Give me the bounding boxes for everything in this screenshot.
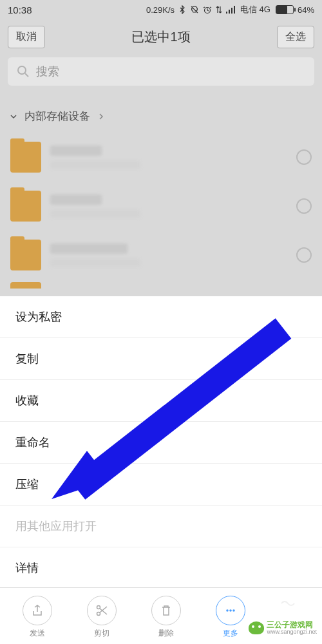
folder-icon [10, 240, 41, 270]
battery-percent: 64% [298, 5, 314, 15]
svg-point-5 [18, 66, 26, 74]
action-sheet: 设为私密 复制 收藏 重命名 压缩 用其他应用打开 详情 发送 剪切 删除 更多 [0, 296, 322, 644]
file-item[interactable] [8, 133, 314, 182]
svg-rect-3 [231, 8, 232, 14]
carrier-label: 电信 4G [240, 4, 270, 15]
send-button[interactable]: 发送 [23, 596, 52, 639]
menu-copy[interactable]: 复制 [0, 338, 322, 380]
svg-point-7 [97, 612, 100, 616]
svg-point-6 [97, 606, 100, 609]
file-item[interactable] [8, 231, 314, 279]
menu-compress[interactable]: 压缩 [0, 464, 322, 506]
status-bar: 10:38 0.29K/s 电信 4G 64% [0, 0, 322, 19]
menu-rename[interactable]: 重命名 [0, 422, 322, 464]
chevron-right-icon [97, 112, 106, 121]
folder-icon [10, 191, 41, 222]
svg-point-10 [232, 609, 235, 612]
svg-point-8 [226, 609, 229, 612]
svg-rect-2 [229, 10, 230, 14]
breadcrumb-path: 内部存储设备 [24, 109, 90, 124]
network-speed: 0.29K/s [146, 5, 175, 15]
menu-set-private[interactable]: 设为私密 [0, 296, 322, 338]
svg-rect-4 [234, 6, 235, 14]
bottom-toolbar: 发送 剪切 删除 更多 [0, 587, 322, 644]
select-radio[interactable] [296, 247, 312, 263]
svg-point-9 [229, 609, 232, 612]
select-radio[interactable] [296, 149, 312, 165]
trash-icon [160, 604, 173, 617]
menu-open-with[interactable]: 用其他应用打开 [0, 506, 322, 547]
more-button[interactable]: 更多 [216, 596, 245, 639]
delete-button[interactable]: 删除 [151, 596, 181, 639]
signal-icon [226, 6, 236, 14]
search-placeholder: 搜索 [36, 64, 59, 79]
watermark: 三公子游戏网 www.sangongzi.net [249, 621, 317, 635]
status-time: 10:38 [8, 5, 32, 15]
file-item[interactable] [8, 182, 314, 231]
data-transfer-icon [216, 5, 222, 14]
bluetooth-icon [178, 5, 186, 14]
select-all-button[interactable]: 全选 [277, 26, 314, 48]
chevron-down-icon [9, 112, 18, 121]
watermark-logo-icon [249, 621, 264, 634]
mute-icon [190, 5, 199, 14]
menu-favorite[interactable]: 收藏 [0, 380, 322, 422]
search-input[interactable]: 搜索 [8, 57, 314, 86]
breadcrumb[interactable]: 内部存储设备 [0, 97, 322, 133]
page-title: 已选中1项 [131, 28, 190, 46]
scissors-icon [95, 604, 108, 617]
share-icon [31, 604, 44, 617]
cut-button[interactable]: 剪切 [87, 596, 117, 639]
search-icon [17, 65, 30, 78]
more-icon [224, 604, 237, 617]
battery-icon [276, 5, 294, 14]
menu-details[interactable]: 详情 [0, 547, 322, 589]
select-radio[interactable] [296, 198, 312, 214]
cancel-button[interactable]: 取消 [8, 26, 45, 48]
folder-icon [10, 142, 41, 173]
svg-rect-1 [226, 12, 227, 14]
alarm-icon [203, 5, 212, 14]
